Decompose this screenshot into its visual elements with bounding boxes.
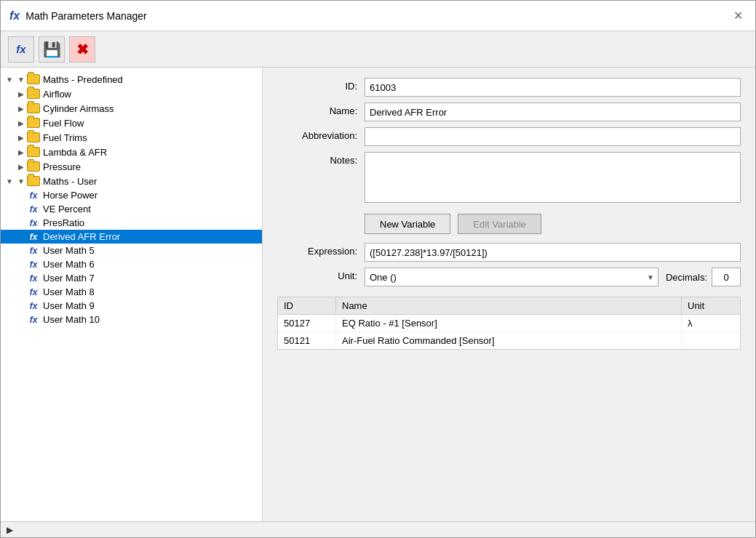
id-input[interactable] <box>365 78 741 97</box>
folder-icon <box>27 74 40 84</box>
notes-row: Notes: <box>277 152 741 205</box>
window-close-button[interactable]: ✕ <box>729 7 747 25</box>
tree-label-ve-percent: VE Percent <box>43 204 91 214</box>
tree-label-user-math-9: User Math 9 <box>43 300 95 311</box>
tree-panel: ▼ ▼ Maths - Predefined ▶ Airflow ▶ Cylin… <box>1 68 263 521</box>
tree-item-pressure[interactable]: ▶ Pressure <box>1 159 262 174</box>
save-button[interactable]: 💾 <box>39 36 65 63</box>
tree-item-derived-afr-error[interactable]: fx Derived AFR Error <box>1 230 262 244</box>
folder-icon <box>27 147 40 157</box>
abbreviation-input[interactable] <box>365 127 741 146</box>
tree-item-airflow[interactable]: ▶ Airflow <box>1 87 262 101</box>
unit-row: Unit: One () RPM deg C kPa ms % ▼ <box>277 268 741 286</box>
status-bar: ▶ <box>1 521 755 537</box>
expression-label: Expression: <box>277 243 357 257</box>
decimals-input[interactable] <box>712 268 741 286</box>
folder-icon <box>27 89 40 99</box>
unit-select[interactable]: One () RPM deg C kPa ms % <box>365 268 658 286</box>
id-value-wrap <box>365 78 741 97</box>
tree-label-horse-power: Horse Power <box>43 190 98 201</box>
content-area: ▼ ▼ Maths - Predefined ▶ Airflow ▶ Cylin… <box>1 68 755 521</box>
title-text: Math Parameters Manager <box>25 10 147 22</box>
title-bar-left: fx Math Parameters Manager <box>9 9 147 23</box>
expression-value-wrap <box>365 243 741 262</box>
tree-item-user-math-10[interactable]: fx User Math 10 <box>1 313 262 326</box>
table-row[interactable]: 50127 EQ Ratio - #1 [Sensor] λ <box>278 315 740 332</box>
expand-icon: ▶ <box>15 161 27 172</box>
expression-row: Expression: <box>277 243 741 262</box>
tree-item-user-math-6[interactable]: fx User Math 6 <box>1 257 262 271</box>
cell-id-0: 50127 <box>278 315 336 332</box>
tree-item-cylinder-airmass[interactable]: ▶ Cylinder Airmass <box>1 101 262 116</box>
title-icon: fx <box>9 9 20 23</box>
fx-icon: fx <box>27 218 40 228</box>
folder-icon <box>27 176 40 186</box>
tree-item-maths-user[interactable]: ▼ ▼ Maths - User <box>1 174 262 188</box>
cell-unit-0: λ <box>682 315 740 332</box>
unit-controls-wrap: One () RPM deg C kPa ms % ▼ Decimals: <box>365 268 741 286</box>
col-header-id: ID <box>278 297 336 314</box>
tree-label-fuel-trims: Fuel Trims <box>43 132 87 143</box>
tree-label-derived-afr-error: Derived AFR Error <box>43 231 120 242</box>
expand-icon: ▶ <box>15 88 27 100</box>
unit-label: Unit: <box>277 268 357 281</box>
tree-item-maths-predefined[interactable]: ▼ ▼ Maths - Predefined <box>1 72 262 87</box>
tree-item-fuel-trims[interactable]: ▶ Fuel Trims <box>1 130 262 145</box>
folder-icon <box>27 161 40 172</box>
decimals-label: Decimals: <box>666 272 707 283</box>
cell-name-1: Air-Fuel Ratio Commanded [Sensor] <box>336 332 682 349</box>
name-row: Name: <box>277 103 741 121</box>
cell-id-1: 50121 <box>278 332 336 349</box>
tree-item-pres-ratio[interactable]: fx PresRatio <box>1 216 262 230</box>
id-label: ID: <box>277 78 357 92</box>
tree-item-fuel-flow[interactable]: ▶ Fuel Flow <box>1 116 262 130</box>
abbreviation-row: Abbreviation: <box>277 127 741 146</box>
col-header-name: Name <box>336 297 682 314</box>
fx-icon: fx <box>27 190 40 201</box>
tree-item-lambda-afr[interactable]: ▶ Lambda & AFR <box>1 145 262 159</box>
tree-label-user-math-7: User Math 7 <box>43 273 95 284</box>
abbreviation-value-wrap <box>365 127 741 146</box>
expand-icon2: ▼ <box>15 175 27 187</box>
fx-icon: fx <box>27 287 40 297</box>
tree-item-user-math-9[interactable]: fx User Math 9 <box>1 299 262 313</box>
notes-value-wrap <box>365 152 741 205</box>
expand-icon: ▶ <box>15 103 27 114</box>
name-input[interactable] <box>365 103 741 121</box>
notes-label: Notes: <box>277 152 357 166</box>
edit-variable-button[interactable]: Edit Variable <box>458 214 541 234</box>
new-fx-button[interactable]: fx <box>8 36 34 63</box>
right-panel: ID: Name: Abbreviation: <box>263 68 755 521</box>
tree-label-maths-user: Maths - User <box>43 176 97 187</box>
fx-icon: fx <box>27 204 40 214</box>
tree-item-user-math-5[interactable]: fx User Math 5 <box>1 244 262 257</box>
fx-icon: fx <box>27 315 40 325</box>
expand-icon: ▶ <box>15 146 27 158</box>
tree-label-user-math-6: User Math 6 <box>43 259 95 270</box>
table-header: ID Name Unit <box>278 297 740 315</box>
tree-item-user-math-7[interactable]: fx User Math 7 <box>1 271 262 285</box>
tree-item-horse-power[interactable]: fx Horse Power <box>1 188 262 202</box>
tree-item-ve-percent[interactable]: fx VE Percent <box>1 202 262 216</box>
fx-icon: fx <box>27 246 40 256</box>
expand-icon: ▼ <box>4 73 15 85</box>
cell-name-0: EQ Ratio - #1 [Sensor] <box>336 315 682 332</box>
new-variable-button[interactable]: New Variable <box>365 214 450 234</box>
id-row: ID: <box>277 78 741 97</box>
status-arrow-icon: ▶ <box>7 525 13 535</box>
name-value-wrap <box>365 103 741 121</box>
notes-input[interactable] <box>365 152 741 203</box>
folder-icon <box>27 118 40 128</box>
tree-label-fuel-flow: Fuel Flow <box>43 118 84 129</box>
delete-button[interactable]: ✖ <box>69 36 95 63</box>
toolbar: fx 💾 ✖ <box>1 31 755 68</box>
cell-unit-1 <box>682 332 740 349</box>
expand-icon: ▼ <box>4 175 15 187</box>
tree-item-user-math-8[interactable]: fx User Math 8 <box>1 285 262 299</box>
variable-buttons-row: New Variable Edit Variable <box>277 214 741 234</box>
expression-input[interactable] <box>365 243 741 262</box>
tree-label-pressure: Pressure <box>43 161 81 172</box>
decimals-wrap: Decimals: <box>666 268 741 286</box>
name-label: Name: <box>277 103 357 116</box>
table-row[interactable]: 50121 Air-Fuel Ratio Commanded [Sensor] <box>278 332 740 349</box>
